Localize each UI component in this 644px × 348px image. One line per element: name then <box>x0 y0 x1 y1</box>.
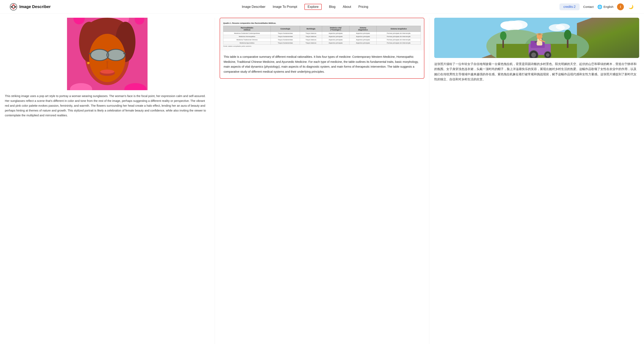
svg-point-24 <box>87 62 90 64</box>
svg-rect-52 <box>538 33 541 35</box>
svg-point-1 <box>12 6 14 8</box>
table-row: Medicina Tradicional ChinesaTraços funda… <box>223 38 421 42</box>
table-cell-0-4: Aspectos principais <box>349 32 377 35</box>
table-row: Medicina Ocidental ContemporâneaTraços f… <box>223 32 421 35</box>
tractor-scene-image <box>434 18 639 58</box>
table-row: Medicina AyurvédicaTraços fundamentaisTr… <box>223 42 421 45</box>
col-header-1: Cosmologia <box>271 26 300 32</box>
left-column: This striking image uses a pop art style… <box>0 18 215 344</box>
table-area: Quadro 1. Resumo comparativo das Raciona… <box>220 18 424 50</box>
table-caption: Quadro 1. Resumo comparativo das Raciona… <box>223 21 421 25</box>
nav-blog[interactable]: Blog <box>329 4 336 10</box>
table-row: Medicina HomeopáticaTraços fundamentaisT… <box>223 35 421 38</box>
middle-description: This table is a comparative summary of d… <box>220 50 424 78</box>
svg-point-33 <box>556 24 570 30</box>
table-cell-0-0: Medicina Ocidental Contemporânea <box>223 32 271 35</box>
svg-point-40 <box>500 32 506 40</box>
svg-point-23 <box>100 70 114 74</box>
table-cell-1-0: Medicina Homeopática <box>223 35 271 38</box>
logo-text: Image Describer <box>19 4 51 9</box>
table-cell-2-4: Aspectos principais <box>349 38 377 42</box>
table-cell-0-1: Traços fundamentais <box>271 32 300 35</box>
table-cell-3-4: Aspectos principais <box>349 42 377 45</box>
table-cell-3-5: Formas principais de intervenção <box>377 42 421 45</box>
table-cell-3-3: Aspectos principais <box>322 42 349 45</box>
table-footnote: Fonte: dados compilados pelos autores. <box>223 45 421 47</box>
main-nav: Image Describer Image To Prompt Explore … <box>242 4 368 10</box>
svg-point-31 <box>500 21 514 30</box>
flag-icon: 🌐 <box>597 4 602 9</box>
table-cell-0-2: Traços básicos <box>300 32 322 35</box>
table-cell-1-3: Aspectos principais <box>322 35 349 38</box>
nav-about[interactable]: About <box>343 4 351 10</box>
table-cell-2-5: Formas principais de intervenção <box>377 38 421 42</box>
svg-point-46 <box>546 53 550 57</box>
col-header-0: Racionalidadesmédicas <box>223 26 271 32</box>
col-header-3: Dinâmica vital("Fisiologia") <box>322 26 349 32</box>
user-avatar[interactable]: i <box>617 4 624 10</box>
svg-rect-53 <box>537 42 542 46</box>
contact-link[interactable]: Contact <box>583 5 594 8</box>
nav-explore[interactable]: Explore <box>304 4 322 10</box>
left-description: This striking image uses a pop art style… <box>5 94 210 118</box>
table-cell-2-2: Traços básicos <box>300 38 322 42</box>
right-description: 这张照片描绘了一位年轻女子自信地驾驶着一台紫色拖拉机，背景是田园诗般的乡村景色。… <box>434 62 639 82</box>
table-cell-2-1: Traços fundamentais <box>271 38 300 42</box>
middle-card: Quadro 1. Resumo comparativo das Raciona… <box>220 18 424 79</box>
table-cell-1-5: Formas principais de intervenção <box>377 35 421 38</box>
table-cell-1-4: Aspectos principais <box>349 35 377 38</box>
table-cell-3-0: Medicina Ayurvédica <box>223 42 271 45</box>
col-header-5: Sistema terapêutico <box>377 26 421 32</box>
table-cell-3-2: Traços básicos <box>300 42 322 45</box>
svg-point-38 <box>564 30 571 40</box>
svg-rect-21 <box>124 53 126 54</box>
table-cell-1-1: Traços fundamentais <box>271 35 300 38</box>
table-cell-0-5: Formas principais de intervenção <box>377 32 421 35</box>
col-header-2: Morfologia <box>300 26 322 32</box>
pop-art-image <box>5 18 210 90</box>
medical-rationalities-table: Quadro 1. Resumo comparativo das Raciona… <box>223 21 421 45</box>
col-header-4: Sistemadiagnóstico <box>349 26 377 32</box>
header-right: credits:2 Contact 🌐 English i 🌙 <box>560 4 634 10</box>
left-image-container <box>5 18 210 90</box>
table-cell-2-3: Aspectos principais <box>322 38 349 42</box>
language-selector[interactable]: 🌐 English <box>597 4 614 9</box>
middle-column: Quadro 1. Resumo comparativo das Raciona… <box>215 18 430 344</box>
language-label: English <box>604 5 614 8</box>
table-cell-2-0: Medicina Tradicional Chinesa <box>223 38 271 42</box>
dark-mode-toggle[interactable]: 🌙 <box>628 4 634 10</box>
table-cell-3-1: Traços fundamentais <box>271 42 300 45</box>
credits-button[interactable]: credits:2 <box>560 4 580 10</box>
nav-image-describer[interactable]: Image Describer <box>242 4 265 10</box>
right-image-container <box>434 18 639 58</box>
nav-pricing[interactable]: Pricing <box>358 4 368 10</box>
table-cell-0-3: Aspectos principais <box>322 32 349 35</box>
logo-icon <box>10 3 17 11</box>
right-column: 这张照片描绘了一位年轻女子自信地驾驶着一台紫色拖拉机，背景是田园诗般的乡村景色。… <box>430 18 644 344</box>
nav-image-to-prompt[interactable]: Image To Prompt <box>273 4 297 10</box>
logo[interactable]: Image Describer <box>10 3 51 11</box>
svg-rect-20 <box>89 53 91 54</box>
table-cell-1-2: Traços básicos <box>300 35 322 38</box>
svg-point-44 <box>531 52 536 57</box>
main-content: This striking image uses a pop art style… <box>0 14 644 348</box>
header: Image Describer Image Describer Image To… <box>0 0 644 14</box>
